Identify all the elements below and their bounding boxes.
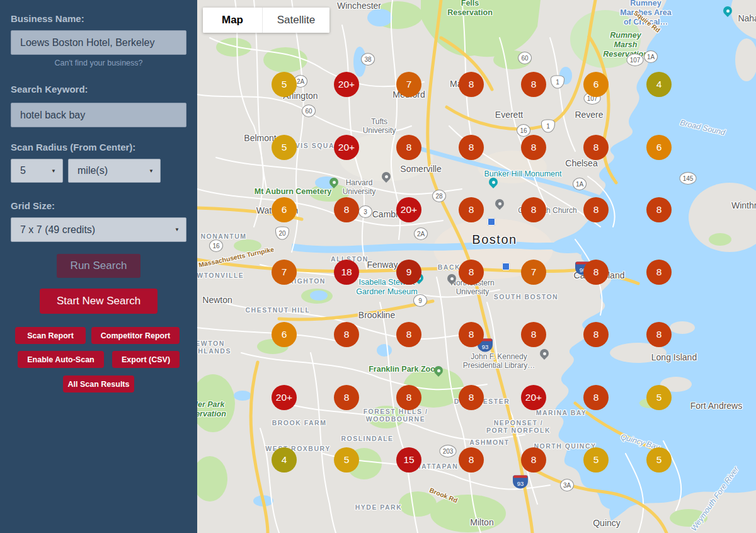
route-shield-circle: 145 — [680, 172, 697, 185]
gray-map-pin-icon — [495, 199, 504, 208]
cant-find-business-link[interactable]: Can't find your business? — [0, 59, 197, 67]
business-name-input[interactable] — [11, 30, 186, 55]
route-shield-circle: 16 — [517, 124, 530, 137]
map-label: NEWTONHIGHLANDS — [197, 340, 231, 355]
grid-rank-marker[interactable]: 8 — [646, 322, 672, 347]
route-shield-circle: 107 — [627, 54, 644, 66]
grid-rank-marker[interactable]: 4 — [272, 447, 297, 473]
grid-rank-marker[interactable]: 7 — [396, 72, 421, 97]
map-label: Weymouth Fore River — [689, 465, 741, 533]
grid-rank-marker[interactable]: 8 — [459, 385, 484, 410]
map-label: CHESTNUT HILL — [246, 306, 311, 314]
competitor-report-button[interactable]: Competitor Report — [91, 327, 180, 344]
scan-report-button[interactable]: Scan Report — [15, 327, 86, 344]
grid-rank-marker[interactable]: 7 — [521, 260, 546, 285]
grid-rank-marker[interactable]: 5 — [272, 135, 297, 160]
route-shield-circle: 3A — [560, 479, 574, 491]
radius-value-select[interactable]: 5 ▼ — [11, 159, 63, 183]
chevron-down-icon: ▼ — [149, 168, 154, 174]
grid-rank-marker[interactable]: 8 — [459, 135, 484, 160]
grid-size-value: 7 x 7 (49 credits) — [20, 224, 95, 236]
grid-rank-marker[interactable]: 9 — [396, 260, 421, 285]
grid-rank-marker[interactable]: 8 — [334, 322, 359, 347]
export-csv-button[interactable]: Export (CSV) — [112, 351, 180, 368]
map-label: Fort Andrews — [690, 401, 742, 411]
grid-rank-marker[interactable]: 8 — [521, 135, 546, 160]
search-keyword-input[interactable] — [11, 103, 186, 127]
grid-rank-marker[interactable]: 20+ — [334, 135, 359, 160]
grid-rank-marker[interactable]: 6 — [646, 135, 672, 160]
grid-rank-marker[interactable]: 8 — [583, 260, 609, 285]
start-new-search-button[interactable]: Start New Search — [40, 289, 158, 314]
all-scan-results-button[interactable]: All Scan Results — [63, 375, 134, 393]
map-label: TuftsUniversity — [363, 117, 396, 135]
sidebar: Business Name: Can't find your business?… — [0, 0, 197, 533]
grid-rank-marker[interactable]: 8 — [521, 322, 546, 347]
map-label: HarvardUniversity — [343, 178, 376, 196]
map-label: MARINA BAY — [536, 409, 587, 416]
route-shield-circle: 1A — [644, 50, 658, 63]
grid-rank-marker[interactable]: 18 — [334, 260, 359, 285]
map-label: Brookline — [358, 310, 395, 321]
map-label: NEPONSET /PORT NORFOLK — [486, 419, 551, 435]
route-shield-us: 1 — [541, 120, 555, 133]
grid-rank-marker[interactable]: 6 — [272, 322, 297, 347]
grid-rank-marker[interactable]: 6 — [272, 197, 297, 222]
map-label: John F. KennedyPresidential Library… — [463, 352, 536, 370]
grid-rank-marker[interactable]: 8 — [646, 197, 672, 222]
route-shield-circle: 16 — [209, 239, 223, 252]
map-canvas[interactable]: WinchesterArlingtonMedfordMaldenEverettR… — [197, 0, 756, 533]
teal-map-pin-icon — [723, 6, 732, 15]
grid-rank-marker[interactable]: 5 — [646, 447, 672, 473]
grid-rank-marker[interactable]: 8 — [583, 135, 609, 160]
grid-rank-marker[interactable]: 8 — [459, 260, 484, 285]
map-label: HYDE PARK — [355, 503, 403, 511]
grid-rank-marker[interactable]: 5 — [334, 447, 359, 473]
gray-map-pin-icon — [540, 349, 549, 358]
map-view-button[interactable]: Map — [203, 8, 262, 33]
grid-rank-marker[interactable]: 8 — [646, 260, 672, 285]
grid-rank-marker[interactable]: 8 — [459, 322, 484, 347]
grid-rank-marker[interactable]: 8 — [459, 447, 484, 473]
grid-rank-marker[interactable]: 8 — [396, 135, 421, 160]
grid-rank-marker[interactable]: 20+ — [396, 197, 421, 222]
grid-rank-marker[interactable]: 8 — [459, 197, 484, 222]
map-label: Revere — [575, 110, 603, 120]
grid-rank-marker[interactable]: 5 — [583, 447, 609, 473]
grid-rank-marker[interactable]: 8 — [521, 447, 546, 473]
grid-rank-marker[interactable]: 4 — [646, 72, 672, 97]
grid-rank-marker[interactable]: 20+ — [272, 385, 297, 410]
grid-rank-marker[interactable]: 8 — [583, 385, 609, 410]
grid-size-select[interactable]: 7 x 7 (49 credits) ▼ — [11, 217, 186, 242]
grid-rank-marker[interactable]: 8 — [334, 385, 359, 410]
grid-rank-marker[interactable]: 8 — [583, 322, 609, 347]
grid-rank-marker[interactable]: 6 — [583, 72, 609, 97]
grid-rank-marker[interactable]: 20+ — [334, 72, 359, 97]
transit-station-icon — [488, 218, 495, 226]
map-label: Long Island — [651, 352, 697, 363]
grid-rank-marker[interactable]: 7 — [272, 260, 297, 285]
map-label: Milton — [470, 517, 493, 528]
run-search-button[interactable]: Run Search — [57, 254, 140, 278]
route-shield-circle: 9 — [413, 294, 427, 307]
grid-rank-marker[interactable]: 8 — [459, 72, 484, 97]
route-shield-us: 20 — [275, 227, 289, 240]
radius-unit-select[interactable]: mile(s) ▼ — [68, 159, 161, 183]
grid-rank-marker[interactable]: 8 — [521, 197, 546, 222]
enable-auto-scan-button[interactable]: Enable Auto-Scan — [18, 351, 104, 368]
grid-rank-marker[interactable]: 8 — [396, 322, 421, 347]
grid-rank-marker[interactable]: 8 — [334, 197, 359, 222]
grid-rank-marker[interactable]: 8 — [396, 385, 421, 410]
grid-rank-marker[interactable]: 20+ — [521, 385, 546, 410]
grid-rank-marker[interactable]: 8 — [521, 72, 546, 97]
chevron-down-icon: ▼ — [51, 168, 56, 174]
map-overlay: WinchesterArlingtonMedfordMaldenEverettR… — [197, 0, 756, 533]
grid-rank-marker[interactable]: 5 — [272, 72, 297, 97]
grid-rank-marker[interactable]: 8 — [583, 197, 609, 222]
gray-map-pin-icon — [382, 172, 391, 181]
satellite-view-button[interactable]: Satellite — [262, 8, 329, 33]
map-label: ROSLINDALE — [341, 435, 393, 442]
green-map-pin-icon — [329, 178, 338, 186]
grid-rank-marker[interactable]: 15 — [396, 447, 421, 473]
grid-rank-marker[interactable]: 5 — [646, 385, 672, 410]
